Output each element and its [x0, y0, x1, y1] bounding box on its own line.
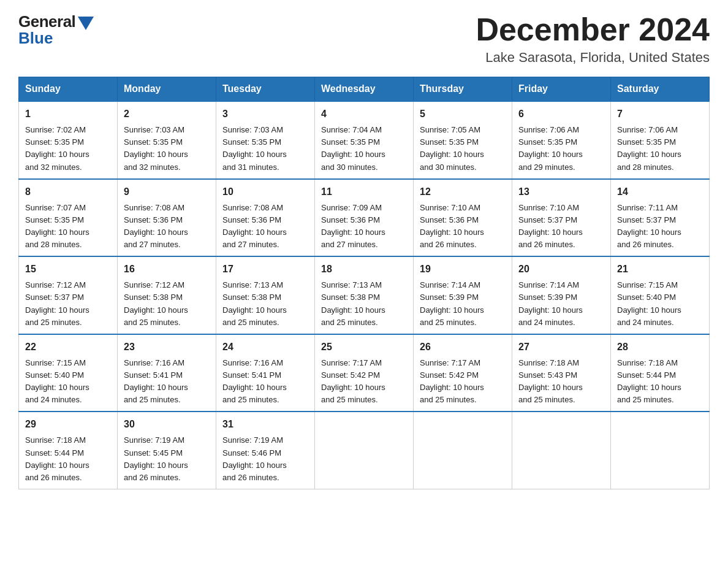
calendar-cell: [414, 412, 512, 489]
calendar-cell: 11Sunrise: 7:09 AMSunset: 5:36 PMDayligh…: [315, 179, 414, 257]
day-info: Sunrise: 7:09 AMSunset: 5:36 PMDaylight:…: [321, 202, 407, 251]
header-friday: Friday: [512, 77, 611, 102]
day-info: Sunrise: 7:13 AMSunset: 5:38 PMDaylight:…: [321, 279, 407, 329]
day-number: 20: [518, 262, 604, 277]
day-number: 5: [420, 107, 506, 121]
calendar-cell: 23Sunrise: 7:16 AMSunset: 5:41 PMDayligh…: [118, 334, 216, 412]
logo: General Blue: [18, 12, 94, 48]
calendar-cell: 15Sunrise: 7:12 AMSunset: 5:37 PMDayligh…: [19, 256, 118, 334]
day-number: 19: [420, 262, 506, 277]
day-info: Sunrise: 7:06 AMSunset: 5:35 PMDaylight:…: [617, 124, 703, 174]
day-number: 23: [124, 340, 210, 354]
calendar-cell: 22Sunrise: 7:15 AMSunset: 5:40 PMDayligh…: [19, 334, 118, 412]
calendar-cell: 21Sunrise: 7:15 AMSunset: 5:40 PMDayligh…: [611, 256, 710, 334]
calendar-cell: 6Sunrise: 7:06 AMSunset: 5:35 PMDaylight…: [512, 101, 611, 179]
day-info: Sunrise: 7:11 AMSunset: 5:37 PMDaylight:…: [617, 202, 703, 251]
day-number: 31: [222, 417, 308, 432]
calendar-cell: 14Sunrise: 7:11 AMSunset: 5:37 PMDayligh…: [611, 179, 710, 257]
calendar-cell: 13Sunrise: 7:10 AMSunset: 5:37 PMDayligh…: [512, 179, 611, 257]
logo-triangle-icon: [78, 17, 94, 30]
day-info: Sunrise: 7:16 AMSunset: 5:41 PMDaylight:…: [222, 357, 308, 407]
day-number: 1: [25, 107, 111, 121]
day-info: Sunrise: 7:10 AMSunset: 5:36 PMDaylight:…: [420, 202, 506, 251]
calendar-cell: 1Sunrise: 7:02 AMSunset: 5:35 PMDaylight…: [19, 101, 118, 179]
calendar-week-1: 1Sunrise: 7:02 AMSunset: 5:35 PMDaylight…: [19, 101, 710, 179]
day-info: Sunrise: 7:08 AMSunset: 5:36 PMDaylight:…: [124, 202, 210, 251]
calendar-cell: 24Sunrise: 7:16 AMSunset: 5:41 PMDayligh…: [216, 334, 315, 412]
day-info: Sunrise: 7:12 AMSunset: 5:38 PMDaylight:…: [124, 279, 210, 329]
calendar-cell: [315, 412, 414, 489]
day-info: Sunrise: 7:12 AMSunset: 5:37 PMDaylight:…: [25, 279, 111, 329]
month-title: December 2024: [476, 12, 710, 47]
day-info: Sunrise: 7:06 AMSunset: 5:35 PMDaylight:…: [518, 124, 604, 174]
day-number: 26: [420, 340, 506, 354]
day-info: Sunrise: 7:15 AMSunset: 5:40 PMDaylight:…: [617, 279, 703, 329]
day-number: 12: [420, 185, 506, 199]
day-number: 8: [25, 185, 111, 199]
calendar-cell: 20Sunrise: 7:14 AMSunset: 5:39 PMDayligh…: [512, 256, 611, 334]
calendar-week-5: 29Sunrise: 7:18 AMSunset: 5:44 PMDayligh…: [19, 412, 710, 489]
day-info: Sunrise: 7:14 AMSunset: 5:39 PMDaylight:…: [518, 279, 604, 329]
calendar-cell: 19Sunrise: 7:14 AMSunset: 5:39 PMDayligh…: [414, 256, 512, 334]
day-info: Sunrise: 7:16 AMSunset: 5:41 PMDaylight:…: [124, 357, 210, 407]
calendar-cell: 3Sunrise: 7:03 AMSunset: 5:35 PMDaylight…: [216, 101, 315, 179]
day-number: 29: [25, 417, 111, 432]
header-monday: Monday: [118, 77, 216, 102]
calendar-cell: 28Sunrise: 7:18 AMSunset: 5:44 PMDayligh…: [611, 334, 710, 412]
calendar-cell: 7Sunrise: 7:06 AMSunset: 5:35 PMDaylight…: [611, 101, 710, 179]
day-info: Sunrise: 7:10 AMSunset: 5:37 PMDaylight:…: [518, 202, 604, 251]
calendar-cell: 29Sunrise: 7:18 AMSunset: 5:44 PMDayligh…: [19, 412, 118, 489]
calendar-cell: 5Sunrise: 7:05 AMSunset: 5:35 PMDaylight…: [414, 101, 512, 179]
day-info: Sunrise: 7:17 AMSunset: 5:42 PMDaylight:…: [420, 357, 506, 407]
calendar-table: SundayMondayTuesdayWednesdayThursdayFrid…: [18, 77, 710, 489]
day-number: 30: [124, 417, 210, 432]
day-info: Sunrise: 7:17 AMSunset: 5:42 PMDaylight:…: [321, 357, 407, 407]
calendar-cell: 9Sunrise: 7:08 AMSunset: 5:36 PMDaylight…: [118, 179, 216, 257]
day-info: Sunrise: 7:19 AMSunset: 5:46 PMDaylight:…: [222, 434, 308, 484]
day-info: Sunrise: 7:07 AMSunset: 5:35 PMDaylight:…: [25, 202, 111, 251]
day-number: 4: [321, 107, 407, 121]
calendar-cell: 31Sunrise: 7:19 AMSunset: 5:46 PMDayligh…: [216, 412, 315, 489]
day-info: Sunrise: 7:18 AMSunset: 5:44 PMDaylight:…: [617, 357, 703, 407]
day-number: 13: [518, 185, 604, 199]
day-number: 21: [617, 262, 703, 277]
calendar-cell: 2Sunrise: 7:03 AMSunset: 5:35 PMDaylight…: [118, 101, 216, 179]
calendar-cell: [512, 412, 611, 489]
day-info: Sunrise: 7:03 AMSunset: 5:35 PMDaylight:…: [222, 124, 308, 174]
header-saturday: Saturday: [611, 77, 710, 102]
day-info: Sunrise: 7:03 AMSunset: 5:35 PMDaylight:…: [124, 124, 210, 174]
calendar-cell: 27Sunrise: 7:18 AMSunset: 5:43 PMDayligh…: [512, 334, 611, 412]
day-number: 2: [124, 107, 210, 121]
calendar-week-2: 8Sunrise: 7:07 AMSunset: 5:35 PMDaylight…: [19, 179, 710, 257]
calendar-week-4: 22Sunrise: 7:15 AMSunset: 5:40 PMDayligh…: [19, 334, 710, 412]
day-number: 10: [222, 185, 308, 199]
day-info: Sunrise: 7:05 AMSunset: 5:35 PMDaylight:…: [420, 124, 506, 174]
day-info: Sunrise: 7:15 AMSunset: 5:40 PMDaylight:…: [25, 357, 111, 407]
calendar-cell: 26Sunrise: 7:17 AMSunset: 5:42 PMDayligh…: [414, 334, 512, 412]
day-number: 6: [518, 107, 604, 121]
header-sunday: Sunday: [19, 77, 118, 102]
day-info: Sunrise: 7:18 AMSunset: 5:43 PMDaylight:…: [518, 357, 604, 407]
day-number: 14: [617, 185, 703, 199]
day-info: Sunrise: 7:13 AMSunset: 5:38 PMDaylight:…: [222, 279, 308, 329]
header-wednesday: Wednesday: [315, 77, 414, 102]
location-title: Lake Sarasota, Florida, United States: [476, 50, 710, 66]
calendar-cell: 25Sunrise: 7:17 AMSunset: 5:42 PMDayligh…: [315, 334, 414, 412]
day-info: Sunrise: 7:04 AMSunset: 5:35 PMDaylight:…: [321, 124, 407, 174]
calendar-cell: 16Sunrise: 7:12 AMSunset: 5:38 PMDayligh…: [118, 256, 216, 334]
day-number: 16: [124, 262, 210, 277]
day-info: Sunrise: 7:14 AMSunset: 5:39 PMDaylight:…: [420, 279, 506, 329]
day-info: Sunrise: 7:02 AMSunset: 5:35 PMDaylight:…: [25, 124, 111, 174]
calendar-cell: 30Sunrise: 7:19 AMSunset: 5:45 PMDayligh…: [118, 412, 216, 489]
calendar-header-row: SundayMondayTuesdayWednesdayThursdayFrid…: [19, 77, 710, 102]
header-thursday: Thursday: [414, 77, 512, 102]
day-number: 15: [25, 262, 111, 277]
calendar-cell: 18Sunrise: 7:13 AMSunset: 5:38 PMDayligh…: [315, 256, 414, 334]
day-number: 9: [124, 185, 210, 199]
day-number: 22: [25, 340, 111, 354]
day-number: 25: [321, 340, 407, 354]
calendar-cell: 4Sunrise: 7:04 AMSunset: 5:35 PMDaylight…: [315, 101, 414, 179]
calendar-cell: 10Sunrise: 7:08 AMSunset: 5:36 PMDayligh…: [216, 179, 315, 257]
day-number: 7: [617, 107, 703, 121]
day-number: 3: [222, 107, 308, 121]
